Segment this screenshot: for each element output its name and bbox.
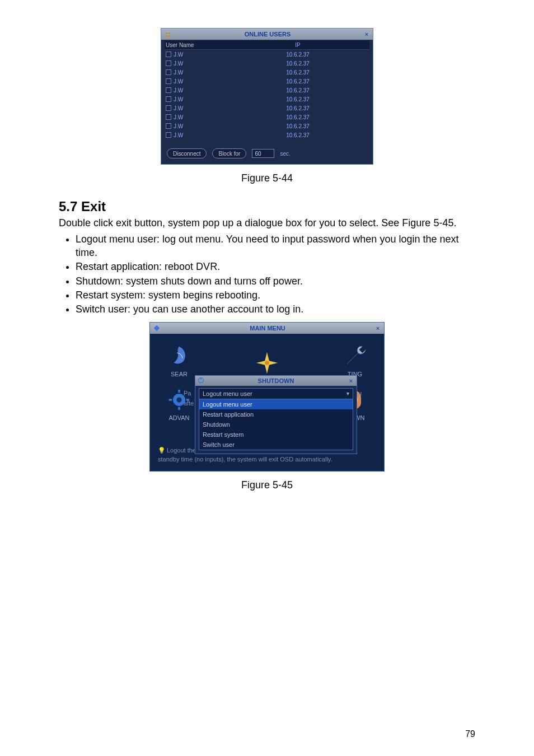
row-user: J.W: [174, 60, 183, 67]
row-checkbox[interactable]: [166, 123, 171, 129]
row-checkbox[interactable]: [166, 52, 171, 57]
row-checkbox[interactable]: [166, 96, 171, 102]
table-row[interactable]: J.W10.6.2.37: [165, 59, 369, 68]
main-menu-titlebar: MAIN MENU ×: [150, 323, 384, 334]
shutdown-titlebar: SHUTDOWN ×: [195, 376, 357, 386]
row-ip: 10.6.2.37: [226, 123, 369, 129]
table-row[interactable]: J.W10.6.2.37: [165, 122, 369, 130]
shutdown-option[interactable]: Restart application: [199, 409, 353, 419]
list-item: Logout menu user: log out menu. You need…: [76, 233, 475, 259]
search-icon: [166, 343, 193, 370]
row-ip: 10.6.2.37: [226, 132, 369, 138]
page-number: 79: [465, 729, 475, 739]
fragment-afte: afte: [184, 400, 194, 407]
svg-rect-6: [178, 407, 180, 410]
online-users-titlebar: ONLINE USERS ×: [161, 29, 373, 40]
exit-options-list: Logout menu user: log out menu. You need…: [59, 233, 475, 316]
svg-rect-7: [169, 399, 172, 401]
shutdown-body: Logout menu user ▾ Logout menu user Rest…: [195, 386, 357, 454]
row-checkbox[interactable]: [166, 114, 171, 120]
shutdown-option[interactable]: Switch user: [199, 440, 353, 450]
shutdown-dialog: SHUTDOWN × Logout menu user ▾ Logout men…: [195, 375, 357, 454]
svg-point-4: [176, 397, 181, 402]
list-item: Switch user: you can use another account…: [76, 303, 475, 316]
online-users-dialog: ONLINE USERS × User Name IP J.W10.6.2.37…: [161, 28, 373, 165]
col-user-name: User Name: [166, 42, 227, 48]
info-icon: [254, 349, 280, 376]
seconds-label: sec.: [280, 151, 290, 157]
close-icon[interactable]: ×: [374, 325, 382, 332]
table-row[interactable]: J.W10.6.2.37: [165, 77, 369, 86]
shutdown-option[interactable]: Restart system: [199, 430, 353, 440]
main-menu-icon: [152, 324, 161, 333]
table-header: User Name IP: [165, 41, 369, 50]
lightbulb-icon: 💡: [158, 447, 166, 454]
row-ip: 10.6.2.37: [226, 60, 369, 67]
row-checkbox[interactable]: [166, 78, 171, 84]
table-row[interactable]: J.W10.6.2.37: [165, 130, 369, 139]
main-menu-setting[interactable]: TING: [341, 343, 368, 377]
close-icon[interactable]: ×: [363, 31, 371, 38]
row-checkbox[interactable]: [166, 69, 171, 75]
shutdown-select-value[interactable]: Logout menu user ▾: [199, 389, 353, 399]
main-menu-search[interactable]: SEAR: [166, 343, 193, 377]
row-checkbox[interactable]: [166, 132, 171, 138]
fragment-pa: Pa: [184, 390, 191, 396]
shutdown-option[interactable]: Shutdown: [199, 419, 353, 430]
chevron-down-icon: ▾: [346, 390, 349, 396]
list-item: Restart application: reboot DVR.: [76, 260, 475, 273]
block-seconds-input[interactable]: [252, 149, 274, 158]
row-user: J.W: [174, 114, 183, 120]
figure-5-44-caption: Figure 5-44: [59, 172, 475, 184]
close-icon[interactable]: ×: [348, 377, 354, 384]
row-user: J.W: [174, 105, 183, 111]
svg-point-2: [265, 361, 269, 365]
table-row[interactable]: J.W10.6.2.37: [165, 95, 369, 104]
shutdown-options-list: Logout menu user Restart application Shu…: [199, 399, 353, 450]
row-ip: 10.6.2.37: [226, 96, 369, 102]
row-checkbox[interactable]: [166, 105, 171, 111]
online-users-table: User Name IP J.W10.6.2.37 J.W10.6.2.37 J…: [161, 40, 373, 144]
list-item: Restart system: system begins rebooting.: [76, 289, 475, 302]
row-ip: 10.6.2.37: [226, 69, 369, 76]
online-users-title: ONLINE USERS: [172, 31, 363, 38]
main-menu-body: SEAR TING: [150, 334, 384, 446]
table-row[interactable]: J.W10.6.2.37: [165, 50, 369, 59]
row-user: J.W: [174, 52, 183, 58]
svg-rect-5: [178, 389, 180, 393]
shutdown-select[interactable]: Logout menu user ▾ Logout menu user Rest…: [199, 388, 353, 450]
main-menu-info[interactable]: [254, 349, 280, 377]
main-menu-title: MAIN MENU: [161, 325, 374, 332]
main-menu-dialog: MAIN MENU × SEAR: [149, 322, 385, 472]
section-5-7-heading: 5.7 Exit: [59, 199, 475, 214]
svg-point-1: [168, 32, 171, 35]
row-checkbox[interactable]: [166, 87, 171, 93]
menu-label: SEAR: [171, 371, 188, 377]
shutdown-selected-label: Logout menu user: [203, 390, 252, 397]
row-ip: 10.6.2.37: [226, 114, 369, 120]
svg-rect-11: [200, 377, 202, 380]
row-ip: 10.6.2.37: [226, 52, 369, 58]
table-row[interactable]: J.W10.6.2.37: [165, 104, 369, 113]
menu-label: ADVAN: [168, 414, 189, 421]
users-icon: [163, 30, 172, 39]
row-user: J.W: [174, 96, 183, 102]
table-row[interactable]: J.W10.6.2.37: [165, 68, 369, 77]
row-ip: 10.6.2.37: [226, 78, 369, 85]
col-ip: IP: [227, 42, 368, 48]
row-user: J.W: [174, 69, 183, 76]
figure-5-45-caption: Figure 5-45: [59, 479, 475, 491]
hint-line-2: standby time (no inputs), the system wil…: [158, 456, 332, 463]
row-checkbox[interactable]: [166, 60, 171, 66]
table-row[interactable]: J.W10.6.2.37: [165, 86, 369, 95]
table-row[interactable]: J.W10.6.2.37: [165, 113, 369, 122]
row-user: J.W: [174, 123, 183, 129]
block-for-button[interactable]: Block for: [212, 148, 246, 158]
shutdown-option[interactable]: Logout menu user: [199, 399, 353, 409]
row-ip: 10.6.2.37: [226, 87, 369, 94]
row-user: J.W: [174, 87, 183, 94]
list-item: Shutdown: system shuts down and turns of…: [76, 275, 475, 288]
wrench-icon: [341, 343, 368, 370]
disconnect-button[interactable]: Disconnect: [167, 148, 207, 158]
fragment-u: u: [358, 390, 362, 396]
